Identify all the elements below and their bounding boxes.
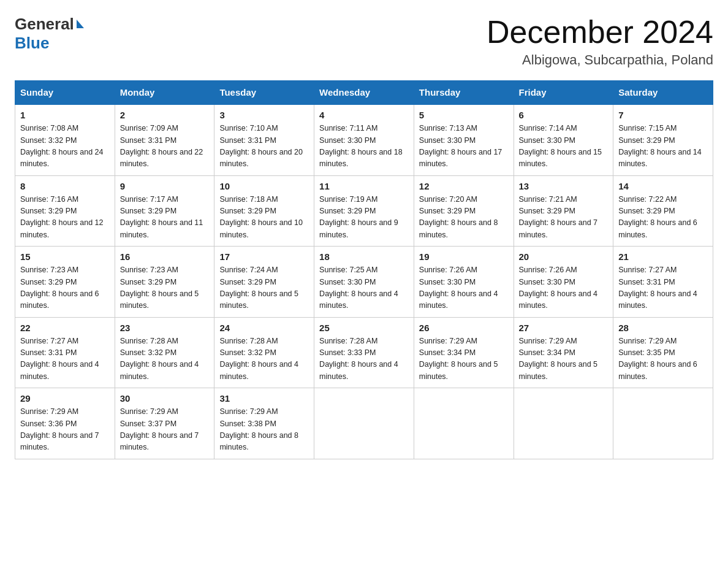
day-info: Sunrise: 7:29 AMSunset: 3:37 PMDaylight:… [120, 407, 199, 451]
day-info: Sunrise: 7:26 AMSunset: 3:30 PMDaylight:… [519, 266, 598, 310]
calendar-cell: 22 Sunrise: 7:27 AMSunset: 3:31 PMDaylig… [15, 317, 115, 388]
day-number: 25 [319, 323, 409, 333]
title-block: December 2024 Albigowa, Subcarpathia, Po… [487, 15, 713, 68]
day-number: 28 [618, 323, 708, 333]
day-number: 12 [419, 181, 509, 191]
calendar-cell [514, 388, 613, 459]
day-info: Sunrise: 7:20 AMSunset: 3:29 PMDaylight:… [419, 195, 498, 239]
location-title: Albigowa, Subcarpathia, Poland [487, 52, 713, 68]
day-info: Sunrise: 7:16 AMSunset: 3:29 PMDaylight:… [20, 195, 104, 239]
day-info: Sunrise: 7:29 AMSunset: 3:34 PMDaylight:… [519, 337, 598, 381]
calendar-cell: 26 Sunrise: 7:29 AMSunset: 3:34 PMDaylig… [414, 317, 514, 388]
day-info: Sunrise: 7:09 AMSunset: 3:31 PMDaylight:… [120, 124, 203, 168]
day-info: Sunrise: 7:18 AMSunset: 3:29 PMDaylight:… [219, 195, 303, 239]
day-info: Sunrise: 7:13 AMSunset: 3:30 PMDaylight:… [419, 124, 502, 168]
calendar-cell: 7 Sunrise: 7:15 AMSunset: 3:29 PMDayligh… [613, 104, 713, 175]
day-info: Sunrise: 7:10 AMSunset: 3:31 PMDaylight:… [219, 124, 303, 168]
calendar-week-row: 22 Sunrise: 7:27 AMSunset: 3:31 PMDaylig… [15, 317, 713, 388]
page-header: General Blue December 2024 Albigowa, Sub… [15, 15, 713, 68]
day-info: Sunrise: 7:23 AMSunset: 3:29 PMDaylight:… [20, 266, 99, 310]
day-info: Sunrise: 7:11 AMSunset: 3:30 PMDaylight:… [319, 124, 403, 168]
col-header-friday: Friday [514, 81, 613, 105]
calendar-cell: 11 Sunrise: 7:19 AMSunset: 3:29 PMDaylig… [314, 175, 414, 247]
day-number: 17 [219, 251, 309, 262]
calendar-cell: 17 Sunrise: 7:24 AMSunset: 3:29 PMDaylig… [214, 247, 314, 318]
day-info: Sunrise: 7:29 AMSunset: 3:35 PMDaylight:… [618, 337, 697, 381]
calendar-cell: 1 Sunrise: 7:08 AMSunset: 3:32 PMDayligh… [15, 104, 115, 175]
calendar-cell: 27 Sunrise: 7:29 AMSunset: 3:34 PMDaylig… [514, 317, 613, 388]
day-number: 5 [419, 110, 509, 120]
col-header-saturday: Saturday [613, 81, 713, 105]
calendar-table: SundayMondayTuesdayWednesdayThursdayFrid… [15, 80, 713, 459]
calendar-week-row: 29 Sunrise: 7:29 AMSunset: 3:36 PMDaylig… [15, 388, 713, 459]
day-number: 15 [20, 251, 110, 262]
calendar-cell: 13 Sunrise: 7:21 AMSunset: 3:29 PMDaylig… [514, 175, 613, 247]
calendar-cell: 2 Sunrise: 7:09 AMSunset: 3:31 PMDayligh… [115, 104, 214, 175]
day-info: Sunrise: 7:29 AMSunset: 3:34 PMDaylight:… [419, 337, 498, 381]
day-info: Sunrise: 7:27 AMSunset: 3:31 PMDaylight:… [618, 266, 697, 310]
calendar-cell: 19 Sunrise: 7:26 AMSunset: 3:30 PMDaylig… [414, 247, 514, 318]
calendar-cell: 21 Sunrise: 7:27 AMSunset: 3:31 PMDaylig… [613, 247, 713, 318]
calendar-cell: 20 Sunrise: 7:26 AMSunset: 3:30 PMDaylig… [514, 247, 613, 318]
day-number: 10 [219, 181, 309, 191]
calendar-cell: 4 Sunrise: 7:11 AMSunset: 3:30 PMDayligh… [314, 104, 414, 175]
day-number: 2 [120, 110, 210, 120]
day-number: 31 [219, 393, 309, 404]
day-number: 30 [120, 393, 210, 404]
day-info: Sunrise: 7:28 AMSunset: 3:32 PMDaylight:… [120, 337, 199, 381]
day-number: 16 [120, 251, 210, 262]
day-number: 18 [319, 251, 409, 262]
calendar-cell: 9 Sunrise: 7:17 AMSunset: 3:29 PMDayligh… [115, 175, 214, 247]
logo: General Blue [15, 15, 84, 53]
calendar-cell: 18 Sunrise: 7:25 AMSunset: 3:30 PMDaylig… [314, 247, 414, 318]
day-number: 22 [20, 323, 110, 333]
col-header-thursday: Thursday [414, 81, 514, 105]
day-info: Sunrise: 7:14 AMSunset: 3:30 PMDaylight:… [519, 124, 602, 168]
calendar-cell: 5 Sunrise: 7:13 AMSunset: 3:30 PMDayligh… [414, 104, 514, 175]
day-number: 11 [319, 181, 409, 191]
day-info: Sunrise: 7:25 AMSunset: 3:30 PMDaylight:… [319, 266, 398, 310]
day-number: 4 [319, 110, 409, 120]
day-info: Sunrise: 7:28 AMSunset: 3:32 PMDaylight:… [219, 337, 298, 381]
day-number: 6 [519, 110, 609, 120]
day-number: 14 [618, 181, 708, 191]
day-number: 23 [120, 323, 210, 333]
day-number: 29 [20, 393, 110, 404]
logo-arrow-icon [77, 20, 84, 28]
calendar-header-row: SundayMondayTuesdayWednesdayThursdayFrid… [15, 81, 713, 105]
col-header-monday: Monday [115, 81, 214, 105]
day-info: Sunrise: 7:27 AMSunset: 3:31 PMDaylight:… [20, 337, 99, 381]
month-title: December 2024 [487, 15, 713, 50]
calendar-cell [314, 388, 414, 459]
calendar-cell [414, 388, 514, 459]
calendar-cell: 29 Sunrise: 7:29 AMSunset: 3:36 PMDaylig… [15, 388, 115, 459]
calendar-cell: 25 Sunrise: 7:28 AMSunset: 3:33 PMDaylig… [314, 317, 414, 388]
day-info: Sunrise: 7:29 AMSunset: 3:36 PMDaylight:… [20, 407, 99, 451]
calendar-week-row: 8 Sunrise: 7:16 AMSunset: 3:29 PMDayligh… [15, 175, 713, 247]
day-number: 9 [120, 181, 210, 191]
day-number: 26 [419, 323, 509, 333]
logo-general-text: General [15, 15, 74, 34]
calendar-cell: 24 Sunrise: 7:28 AMSunset: 3:32 PMDaylig… [214, 317, 314, 388]
day-number: 19 [419, 251, 509, 262]
day-number: 3 [219, 110, 309, 120]
day-info: Sunrise: 7:28 AMSunset: 3:33 PMDaylight:… [319, 337, 398, 381]
col-header-sunday: Sunday [15, 81, 115, 105]
day-info: Sunrise: 7:17 AMSunset: 3:29 PMDaylight:… [120, 195, 203, 239]
calendar-cell: 28 Sunrise: 7:29 AMSunset: 3:35 PMDaylig… [613, 317, 713, 388]
day-info: Sunrise: 7:15 AMSunset: 3:29 PMDaylight:… [618, 124, 702, 168]
calendar-week-row: 15 Sunrise: 7:23 AMSunset: 3:29 PMDaylig… [15, 247, 713, 318]
calendar-cell: 23 Sunrise: 7:28 AMSunset: 3:32 PMDaylig… [115, 317, 214, 388]
calendar-cell: 12 Sunrise: 7:20 AMSunset: 3:29 PMDaylig… [414, 175, 514, 247]
calendar-week-row: 1 Sunrise: 7:08 AMSunset: 3:32 PMDayligh… [15, 104, 713, 175]
day-info: Sunrise: 7:29 AMSunset: 3:38 PMDaylight:… [219, 407, 298, 451]
calendar-cell: 3 Sunrise: 7:10 AMSunset: 3:31 PMDayligh… [214, 104, 314, 175]
day-number: 7 [618, 110, 708, 120]
day-info: Sunrise: 7:22 AMSunset: 3:29 PMDaylight:… [618, 195, 697, 239]
day-number: 20 [519, 251, 609, 262]
day-info: Sunrise: 7:19 AMSunset: 3:29 PMDaylight:… [319, 195, 398, 239]
day-number: 1 [20, 110, 110, 120]
day-info: Sunrise: 7:26 AMSunset: 3:30 PMDaylight:… [419, 266, 498, 310]
calendar-cell: 8 Sunrise: 7:16 AMSunset: 3:29 PMDayligh… [15, 175, 115, 247]
calendar-cell: 15 Sunrise: 7:23 AMSunset: 3:29 PMDaylig… [15, 247, 115, 318]
